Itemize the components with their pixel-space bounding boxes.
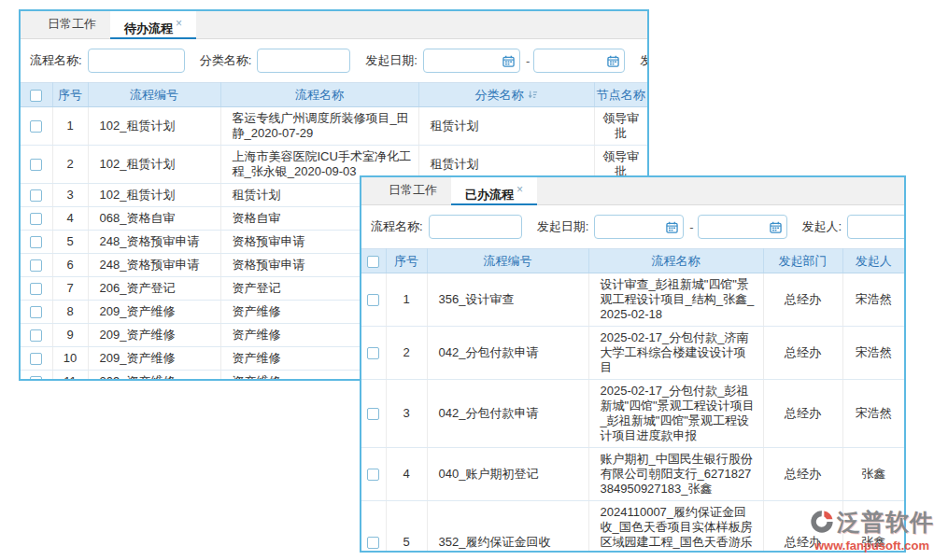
table-row: 2042_分包付款申请2025-02-17_分包付款_济南大学工科综合楼建设设计… bbox=[361, 327, 904, 380]
cell-no: 1 bbox=[52, 107, 88, 146]
row-checkbox[interactable] bbox=[30, 259, 42, 272]
done-flows-window: 日常工作 已办流程× 流程名称: 发起日期: - 发起人: 序号 流程编号 流程… bbox=[360, 175, 906, 553]
date-range-separator: - bbox=[526, 54, 530, 68]
row-checkbox[interactable] bbox=[30, 376, 42, 381]
cell-code: 068_资格自审 bbox=[88, 207, 220, 231]
column-header-name[interactable]: 流程名称 bbox=[220, 83, 418, 107]
initiator-input[interactable] bbox=[847, 215, 906, 239]
row-select-cell bbox=[21, 184, 52, 207]
column-header-category[interactable]: 分类名称 bbox=[418, 83, 594, 107]
row-select-cell bbox=[21, 324, 52, 347]
brand-url: www.fanpusoft.com bbox=[814, 539, 934, 552]
cell-no: 5 bbox=[386, 501, 427, 553]
cell-code: 206_资产登记 bbox=[88, 277, 220, 301]
table-row: 1102_租赁计划客运专线广州调度所装修项目_田静_2020-07-29租赁计划… bbox=[21, 107, 647, 146]
cell-name: 设计审查_彭祖新城"四馆"景观工程设计项目_结构_张鑫_2025-02-18 bbox=[588, 273, 763, 327]
column-header-code[interactable]: 流程编号 bbox=[88, 83, 220, 107]
select-all-cell bbox=[361, 249, 386, 273]
cell-person: 宋浩然 bbox=[842, 327, 904, 380]
cell-no: 3 bbox=[386, 380, 427, 448]
date-from-field bbox=[423, 49, 520, 73]
cell-name: 2024110007_履约保证金回收_国色天香项目实体样板房区域园建工程_国色天… bbox=[588, 501, 763, 553]
row-select-cell bbox=[21, 371, 52, 382]
row-checkbox[interactable] bbox=[30, 353, 42, 365]
row-select-cell bbox=[361, 448, 386, 501]
column-header-name[interactable]: 流程名称 bbox=[588, 249, 763, 273]
cell-code: 209_资产维修 bbox=[88, 301, 220, 324]
row-checkbox[interactable] bbox=[367, 537, 379, 549]
column-header-dept[interactable]: 发起部门 bbox=[763, 249, 842, 273]
row-checkbox[interactable] bbox=[30, 213, 42, 225]
cell-no: 5 bbox=[52, 231, 88, 254]
cell-no: 3 bbox=[52, 184, 88, 207]
column-header-node[interactable]: 节点名称 bbox=[594, 83, 647, 107]
cell-no: 10 bbox=[52, 347, 88, 371]
tab-bar: 日常工作 待办流程× bbox=[21, 11, 647, 39]
flow-name-input[interactable] bbox=[429, 215, 522, 239]
calendar-icon[interactable] bbox=[666, 221, 678, 233]
cell-name: 2025-02-17_分包付款_彭祖新城"四馆"景观工程设计项目_彭祖新城"四馆… bbox=[588, 380, 763, 448]
row-checkbox[interactable] bbox=[30, 329, 42, 342]
row-checkbox[interactable] bbox=[30, 236, 42, 248]
tab-daily-work[interactable]: 日常工作 bbox=[375, 177, 451, 204]
tab-pending-flows[interactable]: 待办流程× bbox=[110, 11, 196, 39]
category-name-label: 分类名称: bbox=[200, 52, 252, 69]
flow-name-input[interactable] bbox=[88, 49, 185, 73]
cell-dept: 总经办 bbox=[763, 327, 842, 380]
cell-no: 4 bbox=[52, 207, 88, 231]
calendar-icon[interactable] bbox=[770, 221, 782, 233]
calendar-icon[interactable] bbox=[502, 55, 515, 67]
tab-daily-work[interactable]: 日常工作 bbox=[34, 11, 110, 38]
tab-label: 待办流程 bbox=[124, 21, 173, 35]
calendar-icon[interactable] bbox=[607, 55, 619, 67]
cell-code: 209_资产维修 bbox=[88, 347, 220, 371]
cell-no: 11 bbox=[52, 371, 88, 382]
select-all-checkbox[interactable] bbox=[30, 90, 42, 102]
tab-done-flows[interactable]: 已办流程× bbox=[451, 177, 537, 205]
cell-code: 352_履约保证金回收 bbox=[427, 501, 588, 553]
flow-name-label: 流程名称: bbox=[30, 52, 82, 69]
row-checkbox[interactable] bbox=[30, 159, 42, 171]
close-icon[interactable]: × bbox=[517, 183, 523, 196]
cell-name: 客运专线广州调度所装修项目_田静_2020-07-29 bbox=[220, 107, 418, 146]
row-checkbox[interactable] bbox=[367, 347, 379, 359]
cell-node: 领导审批 bbox=[594, 107, 647, 146]
cell-dept: 总经办 bbox=[763, 273, 842, 327]
select-all-checkbox[interactable] bbox=[367, 256, 379, 268]
row-checkbox[interactable] bbox=[30, 306, 42, 318]
row-select-cell bbox=[361, 273, 386, 327]
row-checkbox[interactable] bbox=[30, 120, 42, 133]
row-checkbox[interactable] bbox=[367, 408, 379, 420]
start-date-label: 发起日期: bbox=[537, 218, 589, 235]
start-date-label: 发起日期: bbox=[365, 52, 417, 69]
category-name-input[interactable] bbox=[257, 49, 350, 73]
date-from-field bbox=[594, 215, 684, 239]
row-checkbox[interactable] bbox=[30, 283, 42, 295]
column-header-no[interactable]: 序号 bbox=[386, 249, 427, 273]
column-header-person[interactable]: 发起人 bbox=[842, 249, 904, 273]
row-select-cell bbox=[361, 501, 386, 553]
brand-name: 泛普软件 bbox=[837, 511, 934, 534]
cell-code: 356_设计审查 bbox=[427, 273, 588, 327]
cell-code: 102_租赁计划 bbox=[88, 107, 220, 146]
row-select-cell bbox=[21, 277, 52, 301]
table-row: 3042_分包付款申请2025-02-17_分包付款_彭祖新城"四馆"景观工程设… bbox=[361, 380, 904, 448]
close-icon[interactable]: × bbox=[176, 17, 182, 30]
column-header-no[interactable]: 序号 bbox=[52, 83, 88, 107]
row-select-cell bbox=[361, 380, 386, 448]
cell-no: 2 bbox=[52, 146, 88, 184]
row-checkbox[interactable] bbox=[367, 294, 379, 306]
table-header-row: 序号 流程编号 流程名称 分类名称 节点名称 bbox=[21, 83, 647, 107]
initiator-label-clipped: 发 bbox=[640, 52, 649, 69]
cell-person: 宋浩然 bbox=[842, 273, 904, 327]
column-header-code[interactable]: 流程编号 bbox=[427, 249, 588, 273]
cell-code: 042_分包付款申请 bbox=[427, 380, 588, 448]
row-checkbox[interactable] bbox=[30, 189, 42, 202]
date-to-field bbox=[698, 215, 787, 239]
row-checkbox[interactable] bbox=[367, 469, 379, 481]
table-row: 4040_账户期初登记账户期初_中国民生银行股份有限公司朝阳支行_6271827… bbox=[361, 448, 904, 501]
cell-code: 248_资格预审申请 bbox=[88, 254, 220, 277]
row-select-cell bbox=[21, 231, 52, 254]
row-select-cell bbox=[361, 327, 386, 380]
cell-no: 1 bbox=[386, 273, 427, 327]
